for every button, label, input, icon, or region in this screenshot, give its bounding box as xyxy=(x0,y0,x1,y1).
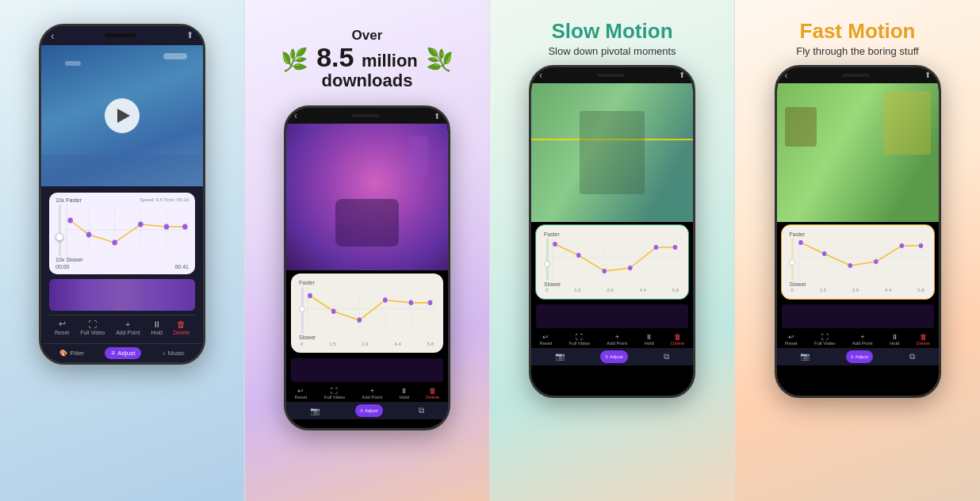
adjust-label-2: Adjust xyxy=(365,408,378,413)
faster-label-2: Faster xyxy=(299,280,435,285)
toolbar-hold-2[interactable]: ⏸ Hold xyxy=(400,387,409,400)
back-icon[interactable]: ‹ xyxy=(51,29,55,42)
tab-export-4[interactable]: ⧉ xyxy=(905,350,920,363)
tab-filter[interactable]: 🎨 Filter xyxy=(53,347,90,359)
timeline-strip-2[interactable] xyxy=(291,358,443,382)
upload-icon-3[interactable]: ⬆ xyxy=(679,71,685,79)
svg-point-33 xyxy=(628,266,633,270)
upload-icon-4[interactable]: ⬆ xyxy=(924,71,931,79)
hold-icon-4: ⏸ xyxy=(891,333,898,341)
svg-point-9 xyxy=(138,222,144,228)
toolbar-3: ↩ Reset ⛶ Full Video + Add Point ⏸ Hold … xyxy=(531,331,693,348)
toolbar-addpoint-2[interactable]: + Add Point xyxy=(362,387,382,400)
slower-label-3: Slower xyxy=(544,281,680,287)
phone-mockup-2: ‹ ⬆ Faster xyxy=(284,105,450,430)
adjust-label-4: Adjust xyxy=(855,354,868,359)
tab-export-2[interactable]: ⧉ xyxy=(414,404,429,417)
toolbar-fullvideo-3[interactable]: ⛶ Full Video xyxy=(568,333,590,346)
delete-label-3: Delete xyxy=(671,341,684,346)
toolbar-reset-3[interactable]: ↩ Reset xyxy=(540,333,553,346)
speed-graph-card: 10x Faster Speed: 0.5 Time: 00:16 xyxy=(49,193,195,274)
toolbar-delete[interactable]: 🗑 Delete xyxy=(174,319,189,335)
fast-motion-subtitle: Fly through the boring stuff xyxy=(796,45,918,57)
hold-label-4: Hold xyxy=(890,341,899,346)
svg-point-11 xyxy=(182,224,188,230)
addpoint-icon-2: + xyxy=(370,387,374,395)
speed-slider-track xyxy=(59,205,61,256)
fullvideo-label-2: Full Video xyxy=(323,395,345,400)
tab-adjust-4[interactable]: ≡ Adjust xyxy=(846,350,873,363)
toolbar-full-video[interactable]: ⛶ Full Video xyxy=(80,319,105,335)
tab-adjust-3[interactable]: ≡ Adjust xyxy=(600,350,627,363)
notch xyxy=(105,33,136,37)
hold-icon-2: ⏸ xyxy=(400,387,408,395)
toolbar-reset-4[interactable]: ↩ Reset xyxy=(785,333,798,346)
delete-label-4: Delete xyxy=(917,341,930,346)
notch-3 xyxy=(597,74,625,77)
tab-export-3[interactable]: ⧉ xyxy=(659,350,674,363)
downloads-header: 🌿 Over 8.5 million downloads 🌿 xyxy=(265,28,469,98)
svg-point-46 xyxy=(899,243,904,248)
addpoint-label-4: Add Point xyxy=(852,341,873,346)
tab-adjust-2[interactable]: ≡ Adjust xyxy=(355,404,382,417)
addpoint-label-2: Add Point xyxy=(362,395,382,400)
timeline-strip[interactable] xyxy=(49,279,195,311)
full-video-icon: ⛶ xyxy=(88,319,97,329)
back-icon-2[interactable]: ‹ xyxy=(294,110,297,121)
notch-2 xyxy=(352,114,380,117)
delete-label-2: Delete xyxy=(426,395,439,400)
reset-icon-4: ↩ xyxy=(788,333,794,341)
fast-motion-title: Fast Motion xyxy=(796,20,918,43)
speed-graph-card-4: Faster xyxy=(781,224,935,300)
reset-label: Reset xyxy=(55,330,69,335)
toolbar-reset[interactable]: ↩ Reset xyxy=(55,319,69,335)
hold-label-2: Hold xyxy=(400,395,409,400)
speed-slider-thumb[interactable] xyxy=(56,233,63,241)
speed-faster-label: 10x Faster xyxy=(56,197,82,203)
tab-music[interactable]: ♪ Music xyxy=(156,347,191,359)
tab-camera-3[interactable]: 📷 xyxy=(550,350,569,363)
toolbar-add-point[interactable]: + Add Point xyxy=(116,319,140,335)
fullvideo-icon-4: ⛶ xyxy=(821,333,829,341)
fullvideo-icon-3: ⛶ xyxy=(576,333,583,341)
upload-icon[interactable]: ⬆ xyxy=(186,30,193,40)
toolbar-fullvideo-4[interactable]: ⛶ Full Video xyxy=(814,333,836,346)
bottom-tabs-4: 📷 ≡ Adjust ⧉ xyxy=(777,348,939,365)
phone-mockup-1: ‹ ⬆ 10x Faster xyxy=(39,24,205,365)
toolbar-hold-3[interactable]: ⏸ Hold xyxy=(645,333,654,346)
x-axis-labels-3: 0 1.5 2.9 4.4 5.8 xyxy=(544,288,680,293)
tab-camera-2[interactable]: 📷 xyxy=(305,404,324,417)
back-icon-3[interactable]: ‹ xyxy=(539,70,542,81)
tab-adjust[interactable]: ≡ Adjust xyxy=(105,347,141,359)
bottom-tabs-2: 📷 ≡ Adjust ⧉ xyxy=(286,402,448,419)
delete-icon-4: 🗑 xyxy=(920,333,927,341)
fullvideo-label-3: Full Video xyxy=(568,341,590,346)
svg-point-20 xyxy=(357,318,362,323)
tab-camera-4[interactable]: 📷 xyxy=(795,350,814,363)
toolbar-delete-3[interactable]: 🗑 Delete xyxy=(671,333,684,346)
adjust-icon-2: ≡ xyxy=(360,408,363,413)
back-icon-4[interactable]: ‹ xyxy=(785,70,788,81)
reset-label-3: Reset xyxy=(540,341,553,346)
toolbar-fullvideo-2[interactable]: ⛶ Full Video xyxy=(323,387,345,400)
svg-point-34 xyxy=(654,245,659,250)
timeline-strip-4[interactable] xyxy=(782,304,934,328)
svg-point-18 xyxy=(308,293,312,299)
toolbar-addpoint-4[interactable]: + Add Point xyxy=(852,333,873,346)
full-video-label: Full Video xyxy=(80,330,105,335)
reset-icon-2: ↩ xyxy=(297,387,304,395)
svg-point-23 xyxy=(428,300,433,306)
toolbar-reset-2[interactable]: ↩ Reset xyxy=(295,387,308,400)
svg-point-44 xyxy=(848,263,852,268)
toolbar-hold[interactable]: ⏸ Hold xyxy=(151,319,162,335)
svg-point-42 xyxy=(798,240,803,245)
toolbar-delete-4[interactable]: 🗑 Delete xyxy=(917,333,930,346)
toolbar-addpoint-3[interactable]: + Add Point xyxy=(607,333,627,346)
upload-icon-2[interactable]: ⬆ xyxy=(434,112,440,120)
toolbar-hold-4[interactable]: ⏸ Hold xyxy=(890,333,899,346)
toolbar-delete-2[interactable]: 🗑 Delete xyxy=(426,387,439,400)
delete-icon: 🗑 xyxy=(177,319,186,329)
timeline-strip-3[interactable] xyxy=(536,304,688,328)
reset-icon: ↩ xyxy=(59,319,66,329)
play-button[interactable] xyxy=(105,98,140,133)
